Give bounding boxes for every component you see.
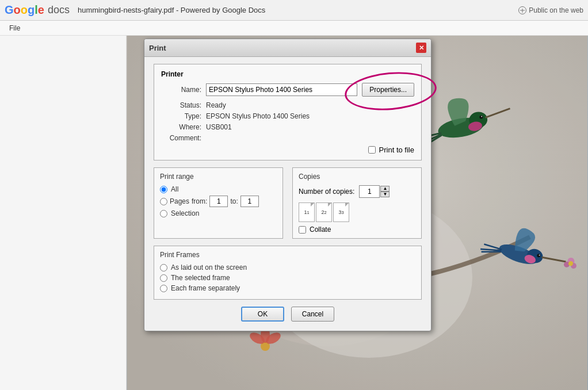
properties-wrapper: Properties...: [362, 83, 414, 97]
dialog-body: Printer Name: Properties... Status: Rea: [144, 57, 431, 331]
name-label: Name:: [161, 86, 201, 94]
ok-button[interactable]: OK: [241, 307, 284, 322]
main-area: Print ✕ Printer Name: Properties...: [0, 36, 588, 390]
num-copies-input[interactable]: [359, 185, 380, 198]
print-to-file-label: Print to file: [379, 146, 414, 154]
copies-down-button[interactable]: ▼: [380, 192, 390, 197]
printer-section-title: Printer: [161, 70, 414, 78]
printer-name-row: Name: Properties...: [161, 83, 414, 97]
radio-all-row: All: [160, 185, 277, 193]
two-column-section: Print range All Pages from: to:: [154, 167, 422, 239]
menu-file[interactable]: File: [5, 23, 25, 33]
dialog-buttons: OK Cancel: [154, 307, 422, 324]
radio-frame-each[interactable]: [160, 285, 167, 292]
pages-to-label: to:: [230, 197, 238, 205]
menubar: File: [0, 21, 588, 36]
frame-option-1: The selected frame: [160, 274, 415, 282]
radio-all[interactable]: [160, 186, 167, 193]
print-to-file-row: Print to file: [161, 146, 414, 154]
pages-from-input[interactable]: [209, 196, 228, 207]
radio-frame-each-label: Each frame separately: [171, 284, 240, 292]
radio-frame-selected[interactable]: [160, 274, 167, 282]
topbar-public: Public on the web: [518, 6, 583, 14]
radio-selection-label: Selection: [171, 209, 199, 217]
where-value: USB001: [206, 123, 232, 131]
page-icon-3: 33: [333, 202, 349, 222]
where-row: Where: USB001: [161, 123, 414, 131]
sidebar: [0, 36, 127, 390]
print-range-label: Print range: [160, 173, 277, 181]
cancel-button[interactable]: Cancel: [291, 307, 334, 322]
page-icon-1: 11: [299, 202, 315, 222]
radio-pages-label: Pages: [170, 197, 189, 205]
collate-label: Collate: [310, 225, 331, 234]
copies-label: Copies: [299, 173, 415, 181]
pages-row: Pages from: to:: [160, 196, 277, 207]
copies-up-button[interactable]: ▲: [380, 186, 390, 192]
printer-name-input[interactable]: [206, 83, 357, 96]
type-row: Type: EPSON Stylus Photo 1400 Series: [161, 112, 414, 120]
comment-label: Comment:: [161, 134, 201, 142]
radio-selection[interactable]: [160, 210, 167, 217]
copies-spinner[interactable]: ▲ ▼: [380, 186, 390, 197]
type-label: Type:: [161, 112, 201, 120]
copies-count-row: Number of copies: ▲ ▼: [299, 185, 415, 198]
public-label: Public on the web: [529, 6, 583, 14]
radio-pages[interactable]: [160, 198, 167, 205]
print-frames-label: Print Frames: [160, 251, 415, 259]
status-row: Status: Ready: [161, 101, 414, 109]
print-range-section: Print range All Pages from: to:: [154, 167, 283, 239]
properties-button[interactable]: Properties...: [362, 83, 414, 97]
selection-row: Selection: [160, 209, 277, 217]
where-label: Where:: [161, 123, 201, 131]
page-icon-2: 22: [316, 202, 332, 222]
frame-option-0: As laid out on the screen: [160, 263, 415, 272]
radio-frame-selected-label: The selected frame: [171, 274, 230, 282]
dialog-title: Print: [149, 44, 166, 52]
radio-frame-screen[interactable]: [160, 264, 167, 272]
dialog-close-button[interactable]: ✕: [416, 43, 426, 53]
printer-section: Printer Name: Properties... Status: Rea: [154, 64, 422, 160]
radio-frame-screen-label: As laid out on the screen: [171, 263, 247, 272]
copies-section: Copies Number of copies: ▲ ▼: [292, 167, 422, 239]
pages-to-input[interactable]: [240, 196, 259, 207]
topbar: Google docs hummingbird-nests-gfairy.pdf…: [0, 0, 588, 21]
print-dialog: Print ✕ Printer Name: Properties...: [144, 39, 432, 331]
google-logo: Google: [5, 3, 44, 17]
status-label: Status:: [161, 101, 201, 109]
num-copies-label: Number of copies:: [299, 188, 354, 196]
comment-row: Comment:: [161, 134, 414, 142]
frame-option-2: Each frame separately: [160, 284, 415, 292]
topbar-docs-label: docs: [48, 4, 70, 16]
pages-icons: 11 22 33: [299, 202, 415, 222]
status-value: Ready: [206, 101, 226, 109]
print-frames-section: Print Frames As laid out on the screen T…: [154, 246, 422, 300]
radio-all-label: All: [171, 185, 178, 193]
dialog-titlebar: Print ✕: [144, 39, 431, 57]
content-area: Print ✕ Printer Name: Properties...: [127, 36, 588, 390]
collate-checkbox[interactable]: [299, 226, 306, 234]
document-title: hummingbird-nests-gfairy.pdf - Powered b…: [78, 6, 515, 14]
pages-from-label: from:: [192, 197, 207, 205]
type-value: EPSON Stylus Photo 1400 Series: [206, 112, 310, 120]
print-to-file-checkbox[interactable]: [368, 146, 376, 154]
collate-row: Collate: [299, 225, 415, 234]
